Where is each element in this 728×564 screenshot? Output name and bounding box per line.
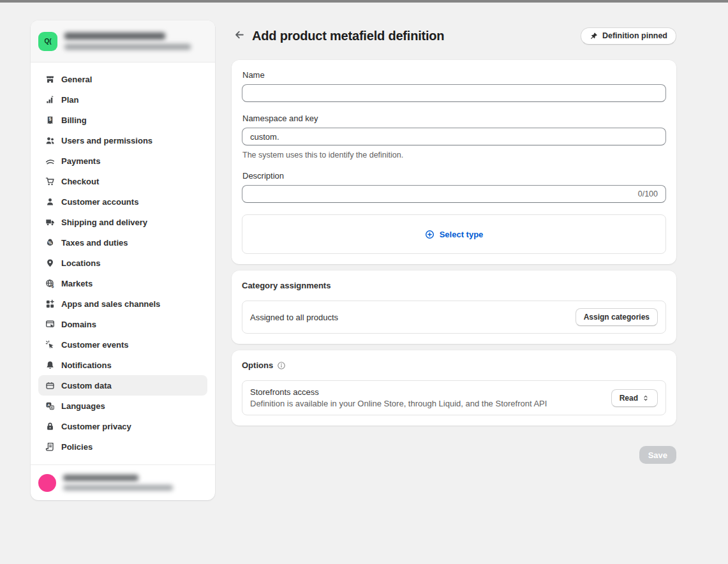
store-avatar: Q(: [38, 32, 57, 51]
sidebar-item-label: Customer accounts: [61, 197, 138, 207]
sidebar-item-plan[interactable]: Plan: [38, 89, 207, 110]
sidebar-item-general[interactable]: General: [38, 69, 207, 89]
sidebar-item-label: Taxes and duties: [61, 238, 128, 248]
sidebar-item-policies[interactable]: Policies: [38, 436, 207, 457]
policies-icon: [45, 442, 55, 452]
top-window-strip: [0, 0, 728, 3]
apps-icon: [45, 299, 55, 309]
sidebar-item-label: Policies: [61, 442, 93, 452]
sidebar-item-billing[interactable]: $ Billing: [38, 110, 207, 130]
character-counter: 0/100: [638, 189, 658, 198]
user-name-redacted: [63, 475, 138, 481]
storefronts-access-description: Definition is available in your Online S…: [250, 399, 547, 408]
select-type-label: Select type: [440, 230, 484, 239]
sidebar-item-apps-and-sales-channels[interactable]: Apps and sales channels: [38, 293, 207, 314]
taxes-icon: %: [45, 237, 55, 248]
storefronts-access-select[interactable]: Read: [611, 389, 658, 407]
user-identity: [63, 475, 173, 491]
name-input[interactable]: [250, 89, 658, 98]
namespace-input-shell: [242, 128, 666, 145]
sidebar-item-label: Markets: [61, 279, 93, 288]
plus-circle-icon: [425, 230, 435, 239]
info-icon[interactable]: [277, 361, 286, 370]
sidebar-item-taxes-and-duties[interactable]: % Taxes and duties: [38, 232, 207, 253]
sidebar-item-label: Languages: [61, 401, 105, 411]
sidebar-item-label: Billing: [61, 115, 87, 125]
sidebar-item-users-and-permissions[interactable]: Users and permissions: [38, 130, 207, 151]
definition-form-card: Name Namespace and key The system uses t…: [232, 60, 676, 264]
sidebar-item-notifications[interactable]: Notifications: [38, 355, 207, 375]
user-footer[interactable]: [31, 464, 215, 500]
plan-icon: [45, 94, 55, 105]
options-header: Options: [242, 360, 666, 370]
definition-pinned-button[interactable]: Definition pinned: [581, 27, 676, 45]
select-chevrons-icon: [642, 394, 650, 402]
store-icon: [45, 74, 55, 84]
pinned-button-label: Definition pinned: [602, 31, 667, 40]
sidebar-item-locations[interactable]: Locations: [38, 253, 207, 273]
storefronts-access-text: Storefronts access Definition is availab…: [250, 387, 547, 408]
save-button[interactable]: Save: [639, 446, 676, 464]
arrow-left-icon: [234, 29, 244, 42]
truck-icon: [45, 217, 55, 227]
custom-data-icon: [45, 380, 55, 390]
sidebar-item-domains[interactable]: Domains: [38, 314, 207, 334]
sidebar-item-label: Custom data: [61, 381, 112, 390]
svg-text:$: $: [48, 117, 51, 122]
sidebar-item-customer-events[interactable]: Customer events: [38, 334, 207, 355]
sidebar-item-label: General: [61, 75, 92, 84]
namespace-field-group: Namespace and key The system uses this t…: [242, 114, 666, 160]
sidebar-item-label: Domains: [61, 320, 96, 329]
sidebar-item-checkout[interactable]: Checkout: [38, 171, 207, 191]
users-icon: [45, 135, 55, 145]
name-input-shell: [242, 84, 666, 102]
category-assignments-title: Category assignments: [242, 281, 331, 290]
cart-icon: [45, 176, 55, 186]
user-avatar: [38, 474, 56, 492]
access-select-value: Read: [620, 394, 638, 403]
sidebar-item-label: Customer privacy: [61, 422, 131, 431]
svg-text:%: %: [48, 241, 52, 245]
sidebar-item-customer-privacy[interactable]: Customer privacy: [38, 416, 207, 436]
store-domain-redacted: [64, 44, 191, 50]
domains-icon: [45, 319, 55, 329]
sidebar-item-languages[interactable]: A Languages: [38, 396, 207, 416]
select-type-button[interactable]: Select type: [425, 230, 484, 239]
user-email-redacted: [63, 485, 173, 491]
cursor-icon: [45, 339, 55, 350]
namespace-input[interactable]: [250, 132, 658, 142]
settings-sidebar: Q( General Plan $ Billing Users and perm…: [31, 20, 215, 500]
globe-icon: $: [45, 278, 55, 288]
person-icon: [45, 197, 55, 207]
type-picker-box: Select type: [242, 214, 666, 254]
sidebar-item-shipping-and-delivery[interactable]: Shipping and delivery: [38, 212, 207, 232]
sidebar-item-payments[interactable]: Payments: [38, 151, 207, 171]
store-header[interactable]: Q(: [31, 20, 215, 63]
translate-icon: A: [45, 401, 55, 411]
name-label: Name: [242, 70, 666, 80]
settings-nav: General Plan $ Billing Users and permiss…: [31, 63, 215, 464]
location-pin-icon: [45, 258, 55, 268]
sidebar-item-customer-accounts[interactable]: Customer accounts: [38, 191, 207, 212]
namespace-label: Namespace and key: [242, 114, 666, 123]
sidebar-item-label: Shipping and delivery: [61, 218, 147, 227]
sidebar-item-label: Notifications: [61, 360, 112, 370]
store-name-redacted: [64, 33, 165, 40]
sidebar-item-label: Locations: [61, 258, 100, 268]
sidebar-item-label: Payments: [61, 156, 100, 166]
svg-text:$: $: [51, 283, 54, 288]
sidebar-item-label: Checkout: [61, 177, 99, 186]
assign-categories-button[interactable]: Assign categories: [576, 308, 658, 326]
category-assignments-header: Category assignments: [242, 281, 666, 290]
sidebar-item-custom-data[interactable]: Custom data: [38, 375, 207, 396]
main-content: Add product metafield definition Definit…: [232, 26, 676, 464]
description-label: Description: [242, 171, 666, 181]
options-card: Options Storefronts access Definition is…: [232, 350, 676, 426]
description-input[interactable]: [250, 189, 633, 199]
description-input-shell: 0/100: [242, 185, 666, 203]
sidebar-item-markets[interactable]: $ Markets: [38, 273, 207, 293]
pin-icon: [590, 32, 598, 40]
namespace-help-text: The system uses this to identify the def…: [242, 151, 666, 160]
back-button[interactable]: [232, 29, 246, 43]
assignment-status-text: Assigned to all products: [250, 313, 338, 322]
